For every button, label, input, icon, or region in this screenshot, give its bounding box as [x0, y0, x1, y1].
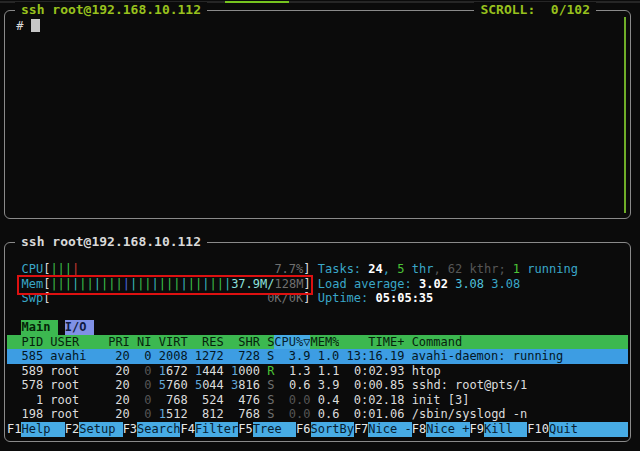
text-segment: 1 — [159, 364, 166, 379]
text-segment: ] — [303, 277, 310, 292]
fn-f6-key[interactable]: F6 — [296, 422, 310, 437]
text-segment — [7, 277, 21, 292]
text-segment — [79, 262, 274, 277]
text-segment — [224, 378, 231, 393]
blank-line — [7, 306, 628, 321]
text-segment: running — [520, 262, 578, 277]
fn-f4-key[interactable]: F4 — [180, 422, 194, 437]
col-header-ni[interactable]: NI — [130, 335, 152, 350]
top-progress-fill — [225, 1, 289, 3]
text-segment: 1 — [195, 364, 202, 379]
process-row-578[interactable]: 578 root 20 0 5760 5044 3816 S 0.6 3.9 0… — [7, 378, 628, 393]
terminal-cursor[interactable] — [31, 19, 40, 32]
col-header-command[interactable]: Command — [404, 335, 462, 350]
text-segment — [311, 262, 318, 277]
text-segment: , 62 kthr; — [433, 262, 512, 277]
fn-f8-key[interactable]: F8 — [412, 422, 426, 437]
text-segment: S — [267, 378, 274, 393]
col-header-time[interactable]: TIME+ — [339, 335, 404, 350]
text-segment: 1.3 — [274, 364, 310, 379]
text-segment: 3 — [231, 378, 238, 393]
fn-f3-key[interactable]: F3 — [123, 422, 137, 437]
tab-io[interactable]: I/O — [65, 320, 94, 335]
col-header-state[interactable]: S — [260, 335, 274, 350]
fn-quit-button[interactable]: Quit — [549, 422, 628, 437]
text-segment: [ — [43, 291, 50, 306]
text-segment — [188, 378, 195, 393]
text-segment — [130, 393, 144, 408]
text-segment: 768 524 476 — [152, 393, 260, 408]
text-segment: 1 — [159, 407, 166, 422]
tab-main[interactable]: Main — [21, 320, 57, 335]
pane-shell: ssh root@192.168.10.112 SCROLL: 0/102 # — [4, 10, 631, 219]
col-header-shr[interactable]: SHR — [224, 335, 260, 350]
text-segment — [152, 364, 159, 379]
col-header-virt[interactable]: VIRT — [152, 335, 188, 350]
scrollbar[interactable] — [624, 17, 626, 213]
process-row-589[interactable]: 589 root 20 0 1672 1444 1000 R 1.3 1.1 0… — [7, 364, 628, 379]
text-segment: CPU — [21, 262, 43, 277]
fn-key-bar: F1Help F2Setup F3SearchF4FilterF5Tree F6… — [7, 422, 628, 437]
fn-tree-button[interactable]: Tree — [253, 422, 296, 437]
fn-f9-key[interactable]: F9 — [470, 422, 484, 437]
text-segment: init [3] — [404, 393, 469, 408]
fn-f10-key[interactable]: F10 — [527, 422, 549, 437]
col-header-pri[interactable]: PRI — [108, 335, 130, 350]
text-segment — [7, 291, 21, 306]
text-segment: 0:02.93 — [339, 364, 404, 379]
shell-prompt: # — [9, 19, 31, 33]
col-header-pid[interactable]: PID — [7, 335, 43, 350]
text-segment: || — [79, 277, 93, 292]
swp-meter-and-uptime-line: Swp[ 0K/0K] Uptime: 05:05:35 — [7, 291, 628, 306]
text-segment: Swp — [21, 291, 43, 306]
text-segment — [448, 277, 455, 292]
text-segment: 0 — [144, 364, 151, 379]
text-segment: 0.0 — [274, 407, 310, 422]
text-segment — [7, 320, 21, 335]
fn-sortby-button[interactable]: SortBy — [311, 422, 354, 437]
text-segment: 5 — [159, 378, 166, 393]
col-header-user[interactable]: USER — [50, 335, 108, 350]
fn-nice-plus-button[interactable]: Nice + — [426, 422, 469, 437]
shell-prompt-line[interactable]: # — [9, 19, 40, 34]
text-segment: Uptime: — [318, 291, 376, 306]
text-segment: 044 — [202, 378, 224, 393]
htop-tabs: Main I/O — [7, 320, 628, 335]
process-row-1[interactable]: 1 root 20 0 768 524 476 S 0.0 0.4 0:02.1… — [7, 393, 628, 408]
fn-nice-minus-button[interactable]: Nice - — [368, 422, 411, 437]
text-segment: 1.1 — [311, 364, 340, 379]
text-segment: 128M — [274, 277, 303, 292]
text-segment: 0.4 — [310, 393, 339, 408]
text-segment — [152, 407, 159, 422]
text-segment: 0:02.18 — [339, 393, 404, 408]
htop-screen: CPU[|||| 7.7%] Tasks: 24, 5 thr, 62 kthr… — [7, 262, 628, 437]
fn-search-button[interactable]: Search — [137, 422, 180, 437]
fn-f7-key[interactable]: F7 — [354, 422, 368, 437]
text-segment — [484, 277, 491, 292]
fn-kill-button[interactable]: Kill — [484, 422, 527, 437]
text-segment — [43, 335, 50, 350]
process-table-header: PID USER PRI NI VIRT RES SHR SCPU%▽MEM% … — [7, 335, 628, 350]
pane-htop: ssh root@192.168.10.112 CPU[|||| 7.7%] T… — [4, 242, 631, 442]
text-segment — [130, 407, 144, 422]
col-header-mem[interactable]: MEM% — [310, 335, 339, 350]
text-segment — [260, 407, 267, 422]
fn-f5-key[interactable]: F5 — [238, 422, 252, 437]
col-header-cpu-sorted[interactable]: CPU%▽ — [274, 335, 310, 350]
fn-help-button[interactable]: Help — [21, 422, 64, 437]
process-row-198[interactable]: 198 root 20 0 1512 812 768 S 0.0 0.6 0:0… — [7, 407, 628, 422]
col-header-res[interactable]: RES — [188, 335, 224, 350]
text-segment: 7.7% — [274, 262, 303, 277]
mem-meter-and-load-line: Mem[|||||||||||||||||||||||||37.9M/128M]… — [7, 277, 628, 292]
text-segment: | — [152, 277, 159, 292]
text-segment: | — [94, 277, 101, 292]
text-segment — [50, 291, 267, 306]
fn-f2-key[interactable]: F2 — [65, 422, 79, 437]
fn-filter-button[interactable]: Filter — [195, 422, 238, 437]
text-segment: 0 — [144, 407, 151, 422]
fn-f1-key[interactable]: F1 — [7, 422, 21, 437]
fn-setup-button[interactable]: Setup — [79, 422, 122, 437]
text-segment: S — [267, 407, 274, 422]
process-row-585[interactable]: 585 avahi 20 0 2008 1272 728 S 3.9 1.0 1… — [7, 349, 628, 364]
text-segment: 585 avahi 20 0 2008 1272 728 S 3.9 1.0 1… — [7, 349, 563, 364]
